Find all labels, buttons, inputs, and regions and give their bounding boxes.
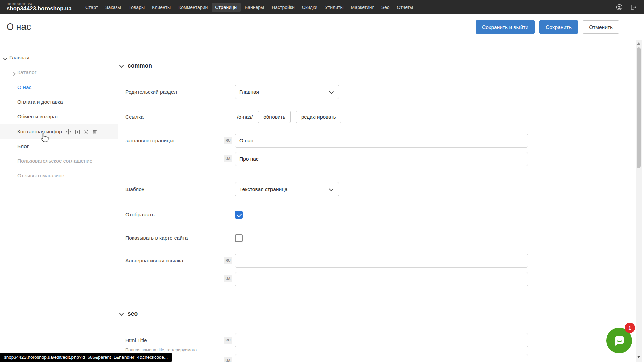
section-common-title: common <box>128 62 152 69</box>
alt-link-ua-input[interactable] <box>235 272 528 286</box>
settings-gear-icon[interactable] <box>83 129 89 135</box>
lang-badge-ua: UA <box>224 357 232 362</box>
tree-chevron-icon[interactable] <box>3 58 7 62</box>
section-seo-title: seo <box>128 310 138 317</box>
nav-item[interactable]: Товары <box>125 3 148 12</box>
page-title-label: заголовок страницы <box>125 134 174 148</box>
scrollbar-up-arrow[interactable] <box>637 42 640 45</box>
sidebar-item-label: Обмен и возврат <box>17 114 58 120</box>
sitemap-checkbox[interactable] <box>235 234 243 242</box>
scrollbar-thumb[interactable] <box>637 47 641 168</box>
cursor-pointer-icon <box>39 132 50 143</box>
display-checkbox[interactable] <box>235 211 243 219</box>
nav-item[interactable]: Страницы <box>212 3 241 12</box>
sidebar-item[interactable]: Блог <box>0 139 118 154</box>
template-select[interactable]: Текстовая страница <box>235 182 339 196</box>
page-title-ru-input[interactable] <box>235 134 528 148</box>
chat-bubble-icon <box>612 334 626 347</box>
alt-link-label: Альтернативная ссылка <box>125 254 183 268</box>
refresh-link-button[interactable]: обновить <box>258 111 291 123</box>
alt-link-ru-input[interactable] <box>235 254 528 268</box>
link-row: /o-nas/ обновить редактировать <box>237 111 341 123</box>
sidebar-item-label: Каталог <box>17 69 36 75</box>
nav-item[interactable]: Заказы <box>102 3 125 12</box>
html-title-hint: Полная замена title, генерируемого <box>125 347 197 352</box>
save-and-exit-button[interactable]: Сохранить и выйти <box>476 20 535 34</box>
account-icon[interactable] <box>616 4 623 11</box>
sidebar-item-label: Главная <box>9 55 29 61</box>
link-label: Ссылка <box>125 111 144 123</box>
page-header: О нас Сохранить и выйти Сохранить Отмени… <box>0 14 644 40</box>
header-buttons: Сохранить и выйти Сохранить Отменить <box>476 20 619 34</box>
nav-item[interactable]: Скидки <box>299 3 321 12</box>
page-title: О нас <box>7 22 31 32</box>
add-page-icon[interactable] <box>75 129 80 135</box>
section-common[interactable]: common <box>120 62 152 69</box>
sidebar-item[interactable]: Отзывы о магазине <box>0 168 118 183</box>
sidebar-item[interactable]: Пользовательское соглашение <box>0 154 118 168</box>
sidebar-item-actions <box>66 129 98 135</box>
sidebar-item-label: Блог <box>17 143 29 149</box>
chevron-down-icon <box>120 312 123 316</box>
nav-item[interactable]: Комментарии <box>175 3 211 12</box>
page: HOROSHOP V4 shop34423.horoshop.ua Старт … <box>0 0 644 362</box>
section-seo[interactable]: seo <box>120 310 138 317</box>
sidebar-item[interactable]: О нас <box>0 80 118 95</box>
chevron-down-icon <box>120 64 123 68</box>
edit-link-button[interactable]: редактировать <box>296 111 341 123</box>
lang-badge-ru: RU <box>224 337 232 344</box>
sidebar-item-label: Оплата и доставка <box>17 99 63 105</box>
parent-section-select[interactable]: Главная <box>235 85 339 99</box>
sidebar-item[interactable]: Каталог <box>0 65 118 80</box>
nav-item[interactable]: Утилиты <box>321 3 347 12</box>
cancel-button[interactable]: Отменить <box>583 20 619 34</box>
nav-item[interactable]: Маркетинг <box>348 3 377 12</box>
link-path: /o-nas/ <box>237 114 253 120</box>
html-title-ru-input[interactable] <box>235 333 528 347</box>
html-title-label: Html Title <box>125 333 147 347</box>
logout-icon[interactable] <box>630 4 637 11</box>
page-title-ua-input[interactable] <box>235 152 528 166</box>
html-title-ua-input[interactable] <box>235 354 528 362</box>
sidebar-item[interactable]: Главная <box>0 50 118 65</box>
sidebar-item-label: Пользовательское соглашение <box>17 158 92 164</box>
template-label: Шаблон <box>125 182 144 196</box>
delete-trash-icon[interactable] <box>92 129 98 135</box>
sitemap-label: Показывать в карте сайта <box>125 234 188 242</box>
nav-item[interactable]: Отчеты <box>394 3 416 12</box>
lang-badge-ua: UA <box>224 275 232 282</box>
move-icon[interactable] <box>66 129 71 135</box>
nav-right <box>616 4 637 11</box>
sidebar-item[interactable]: Оплата и доставка <box>0 95 118 109</box>
display-label: Отображать <box>125 211 155 219</box>
nav-item[interactable]: Клиенты <box>149 3 174 12</box>
nav-item[interactable]: Старт <box>82 3 101 12</box>
nav-item[interactable]: Seo <box>378 3 393 12</box>
save-button[interactable]: Сохранить <box>539 20 578 34</box>
pages-tree-sidebar: Главная <box>0 40 118 362</box>
template-value: Текстовая страница <box>239 186 288 192</box>
lang-badge-ua: UA <box>224 155 232 162</box>
top-navbar: HOROSHOP V4 shop34423.horoshop.ua Старт … <box>0 0 644 14</box>
nav-item[interactable]: Настройки <box>268 3 298 12</box>
status-url-bar: shop34423.horoshop.ua/edit/edit.php?id=6… <box>0 353 172 362</box>
logo-shop-domain: shop34423.horoshop.ua <box>7 6 82 11</box>
scrollbar-down-arrow[interactable] <box>637 356 640 358</box>
sidebar-item[interactable]: Обмен и возврат <box>0 109 118 124</box>
sidebar-item[interactable]: Контактная инфор <box>0 124 118 139</box>
sidebar-item-label: Отзывы о магазине <box>17 173 64 179</box>
nav-menu: Старт Заказы Товары Клиенты Комментарии … <box>82 3 417 12</box>
parent-section-value: Главная <box>239 89 259 95</box>
sidebar-item-label: О нас <box>17 84 31 90</box>
chat-unread-badge: 1 <box>625 323 635 333</box>
logo[interactable]: HOROSHOP V4 shop34423.horoshop.ua <box>7 3 82 11</box>
nav-item[interactable]: Баннеры <box>241 3 267 12</box>
tree-chevron-icon[interactable] <box>11 72 15 76</box>
lang-badge-ru: RU <box>224 257 232 264</box>
lang-badge-ru: RU <box>224 137 232 144</box>
parent-section-label: Родительский раздел <box>125 85 177 99</box>
